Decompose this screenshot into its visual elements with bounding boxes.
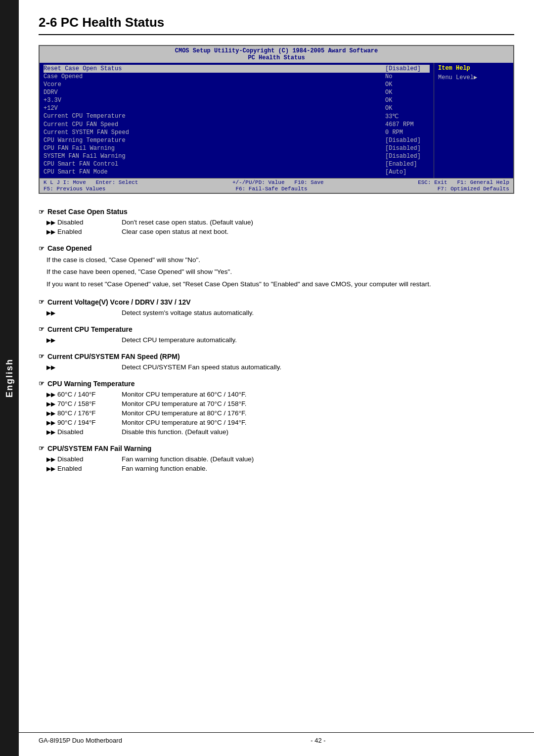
bios-row: Current SYSTEM FAN Speed0 RPM: [44, 129, 430, 136]
sub-item: ▶▶90°C / 194°FMonitor CPU temperature at…: [46, 419, 514, 426]
sub-item-desc: Disable this function. (Default value): [122, 428, 228, 436]
bios-row-value: [Disabled]: [380, 65, 430, 72]
sub-item-arrow: ▶▶: [46, 429, 55, 436]
bios-row-label: Current CPU FAN Speed: [44, 121, 380, 128]
bios-row-value: [Disabled]: [380, 137, 430, 144]
menu-level: Menu Level▶: [438, 74, 509, 81]
bios-row: +12VOK: [44, 104, 430, 112]
sub-item: ▶▶EnabledClear case open status at next …: [46, 228, 514, 235]
sub-item-label: 80°C / 176°F: [57, 409, 122, 417]
sub-item-label: Enabled: [57, 465, 122, 472]
bios-row-value: OK: [380, 97, 430, 104]
section-paragraph: If the case is closed, "Case Opened" wil…: [46, 255, 514, 265]
bios-row: Current CPU Temperature33℃: [44, 112, 430, 121]
sub-item: ▶▶EnabledFan warning function enable.: [46, 465, 514, 472]
sub-item: ▶▶Detect system's voltage status automat…: [46, 309, 514, 316]
bios-row: Current CPU FAN Speed4687 RPM: [44, 121, 430, 129]
bios-row: CPU Warning Temperature[Disabled]: [44, 136, 430, 144]
bios-right-panel: Item Help Menu Level▶: [434, 63, 513, 178]
sub-item-desc: Monitor CPU temperature at 70°C / 158°F.: [122, 400, 246, 407]
bios-footer-row1: K L J I: Move Enter: Select +/-/PU/PD: V…: [44, 179, 509, 185]
sub-item-label: Disabled: [57, 455, 122, 463]
bios-row-label: Case Opened: [44, 73, 380, 80]
sections-container: Reset Case Open Status▶▶DisabledDon't re…: [39, 208, 514, 472]
sub-item-label: 70°C / 158°F: [57, 400, 122, 407]
section-body-current-fan-speed: ▶▶Detect CPU/SYSTEM Fan speed status aut…: [39, 363, 514, 371]
section-case-opened: Case OpenedIf the case is closed, "Case …: [39, 244, 514, 289]
main-content: 2-6 PC Health Status CMOS Setup Utility-…: [19, 0, 534, 501]
bios-row: SYSTEM FAN Fail Warning[Disabled]: [44, 152, 430, 160]
footer-prev: F5: Previous Values: [44, 186, 105, 192]
bios-row-label: Current CPU Temperature: [44, 113, 380, 120]
bios-header-line2: PC Health Status: [40, 54, 513, 61]
section-body-case-opened: If the case is closed, "Case Opened" wil…: [39, 255, 514, 289]
section-body-reset-case: ▶▶DisabledDon't reset case open status. …: [39, 219, 514, 235]
sub-item-label: 60°C / 140°F: [57, 391, 122, 398]
sidebar: English: [0, 0, 19, 756]
sub-item-desc: Fan warning function disable. (Default v…: [122, 455, 254, 463]
section-title-current-cpu-temp: Current CPU Temperature: [39, 325, 514, 333]
bios-header-line1: CMOS Setup Utility-Copyright (C) 1984-20…: [40, 47, 513, 54]
bios-left-panel: Reset Case Open Status[Disabled]Case Ope…: [40, 63, 434, 178]
footer-optimized: F7: Optimized Defaults: [438, 186, 509, 192]
sub-item-arrow: ▶▶: [46, 337, 55, 344]
footer-value: +/-/PU/PD: Value F10: Save: [232, 179, 324, 185]
bios-row: DDRVOK: [44, 89, 430, 96]
section-current-voltage: Current Voltage(V) Vcore / DDRV / 33V / …: [39, 298, 514, 316]
sidebar-label: English: [4, 358, 15, 398]
bios-row-label: CPU Warning Temperature: [44, 137, 380, 144]
bios-footer-row2: F5: Previous Values F6: Fail-Safe Defaul…: [44, 186, 509, 192]
sub-item-arrow: ▶▶: [46, 465, 55, 472]
bios-row-value: 33℃: [380, 113, 430, 120]
bios-body: Reset Case Open Status[Disabled]Case Ope…: [40, 63, 513, 178]
section-paragraph: If you want to reset "Case Opened" value…: [46, 279, 514, 289]
sub-item-desc: Monitor CPU temperature at 80°C / 176°F.: [122, 409, 246, 417]
section-title-reset-case: Reset Case Open Status: [39, 208, 514, 216]
sub-item-desc: Fan warning function enable.: [122, 465, 207, 472]
section-paragraph: If the case have been opened, "Case Open…: [46, 267, 514, 277]
section-title-case-opened: Case Opened: [39, 244, 514, 252]
sub-item-arrow: ▶▶: [46, 400, 55, 407]
sub-item: ▶▶60°C / 140°FMonitor CPU temperature at…: [46, 391, 514, 398]
section-title-fan-fail-warning: CPU/SYSTEM FAN Fail Warning: [39, 445, 514, 452]
sub-item-label: Disabled: [57, 428, 122, 436]
bios-row: VcoreOK: [44, 81, 430, 89]
sub-item-arrow: ▶▶: [46, 410, 55, 417]
footer-fail-safe: F6: Fail-Safe Defaults: [235, 186, 307, 192]
bios-row-value: OK: [380, 89, 430, 96]
sub-item-arrow: ▶▶: [46, 310, 55, 316]
section-cpu-warning-temp: CPU Warning Temperature▶▶60°C / 140°FMon…: [39, 380, 514, 436]
bios-screen: CMOS Setup Utility-Copyright (C) 1984-20…: [39, 45, 514, 194]
bios-row-value: OK: [380, 105, 430, 112]
bios-row-label: Vcore: [44, 81, 380, 88]
footer-product: GA-8I915P Duo Motherboard: [39, 737, 122, 744]
footer-page-number: - 42 -: [311, 737, 325, 744]
bios-row: +3.3VOK: [44, 96, 430, 104]
sub-item: ▶▶Detect CPU temperature automatically.: [46, 336, 514, 344]
sub-item-arrow: ▶▶: [46, 228, 55, 235]
sub-item-desc: Monitor CPU temperature at 90°C / 194°F.: [122, 419, 246, 426]
section-body-current-voltage: ▶▶Detect system's voltage status automat…: [39, 309, 514, 316]
page-title: 2-6 PC Health Status: [39, 15, 514, 35]
section-current-fan-speed: Current CPU/SYSTEM FAN Speed (RPM)▶▶Dete…: [39, 353, 514, 371]
bios-row-value: OK: [380, 81, 430, 88]
bios-row: CPU FAN Fail Warning[Disabled]: [44, 144, 430, 152]
footer-esc: ESC: Exit F1: General Help: [418, 179, 509, 185]
bios-row: Reset Case Open Status[Disabled]: [44, 65, 430, 73]
bios-row-label: +12V: [44, 105, 380, 112]
bios-row: CPU Smart FAN Mode[Auto]: [44, 168, 430, 176]
bios-row-label: CPU Smart FAN Mode: [44, 169, 380, 176]
section-title-current-voltage: Current Voltage(V) Vcore / DDRV / 33V / …: [39, 298, 514, 306]
bios-row-label: CPU Smart FAN Control: [44, 161, 380, 168]
sub-item: ▶▶70°C / 158°FMonitor CPU temperature at…: [46, 400, 514, 407]
section-current-cpu-temp: Current CPU Temperature▶▶Detect CPU temp…: [39, 325, 514, 344]
sub-item-desc: Detect CPU temperature automatically.: [122, 336, 237, 344]
bios-row-label: SYSTEM FAN Fail Warning: [44, 153, 380, 160]
bios-row-label: DDRV: [44, 89, 380, 96]
sub-item: ▶▶80°C / 176°FMonitor CPU temperature at…: [46, 409, 514, 417]
item-help-title: Item Help: [438, 65, 509, 72]
bios-row-label: Current SYSTEM FAN Speed: [44, 129, 380, 136]
sub-item-arrow: ▶▶: [46, 219, 55, 226]
bios-row-value: 4687 RPM: [380, 121, 430, 128]
sub-item-label: Enabled: [57, 228, 122, 235]
